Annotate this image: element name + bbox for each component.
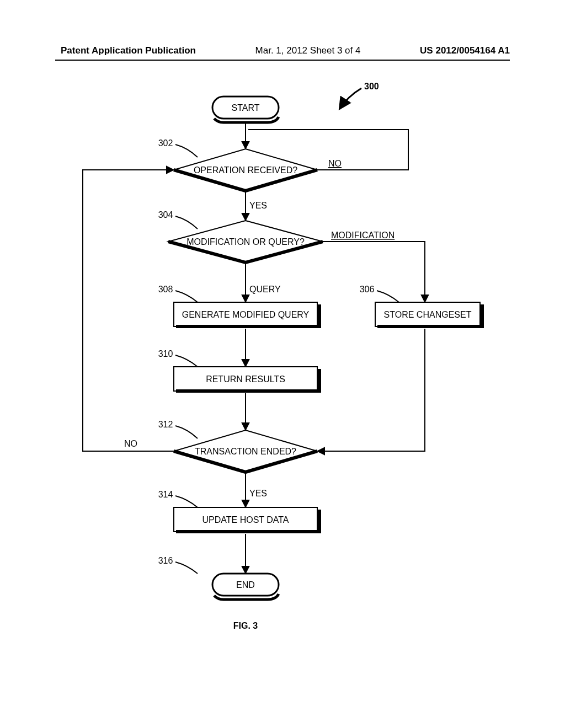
header-mid: Mar. 1, 2012 Sheet 3 of 4 — [255, 45, 361, 56]
svg-text:YES: YES — [249, 489, 267, 498]
svg-text:YES: YES — [249, 201, 267, 210]
svg-text:304: 304 — [158, 210, 173, 220]
node-308: GENERATE MODIFIED QUERY — [174, 302, 319, 326]
node-308-text: GENERATE MODIFIED QUERY — [182, 310, 310, 319]
ref-302: 302 — [158, 138, 198, 157]
ref-306: 306 — [360, 285, 399, 302]
svg-text:NO: NO — [328, 159, 342, 168]
ref-308: 308 — [158, 285, 198, 302]
header-rule — [55, 60, 510, 61]
svg-text:306: 306 — [360, 285, 375, 294]
svg-text:316: 316 — [158, 556, 173, 565]
figure-number-pointer: 300 — [339, 82, 379, 109]
node-314: UPDATE HOST DATA — [174, 507, 319, 532]
ref-316: 316 — [158, 556, 198, 574]
ref-312: 312 — [158, 420, 198, 438]
node-302-text: OPERATION RECEIVED? — [194, 165, 297, 175]
start-label: START — [232, 103, 260, 113]
svg-text:MODIFICATION: MODIFICATION — [331, 231, 395, 240]
node-306-text: STORE CHANGESET — [384, 310, 472, 319]
node-314-text: UPDATE HOST DATA — [202, 515, 289, 524]
end-node: END — [212, 574, 279, 599]
svg-text:308: 308 — [158, 285, 173, 294]
node-304-text: MODIFICATION OR QUERY? — [186, 237, 305, 247]
figure-number: 300 — [364, 82, 379, 91]
end-label: END — [236, 580, 255, 590]
ref-310: 310 — [158, 349, 198, 367]
svg-text:310: 310 — [158, 349, 173, 358]
svg-text:NO: NO — [124, 439, 137, 448]
edge-302-yes: YES — [246, 191, 267, 221]
page-header: Patent Application Publication Mar. 1, 2… — [0, 45, 565, 56]
svg-text:302: 302 — [158, 138, 173, 148]
ref-314: 314 — [158, 490, 198, 507]
header-left: Patent Application Publication — [61, 45, 196, 56]
edge-306-312 — [317, 329, 425, 451]
edge-304-query: QUERY — [246, 263, 281, 302]
figure-caption: FIG. 3 — [233, 621, 258, 630]
edge-312-yes: YES — [246, 472, 267, 507]
node-310-text: RETURN RESULTS — [206, 374, 285, 384]
svg-text:QUERY: QUERY — [249, 285, 281, 294]
flowchart: 300 START OPERATION RECEIVED? 302 NO YES… — [0, 72, 565, 656]
header-right: US 2012/0054164 A1 — [420, 45, 510, 56]
node-304: MODIFICATION OR QUERY? — [168, 221, 323, 263]
svg-text:312: 312 — [158, 420, 173, 429]
node-310: RETURN RESULTS — [174, 367, 319, 391]
svg-text:314: 314 — [158, 490, 173, 499]
ref-304: 304 — [158, 210, 198, 229]
node-306: STORE CHANGESET — [375, 302, 482, 326]
node-312-text: TRANSACTION ENDED? — [195, 447, 296, 456]
start-node: START — [212, 97, 279, 122]
